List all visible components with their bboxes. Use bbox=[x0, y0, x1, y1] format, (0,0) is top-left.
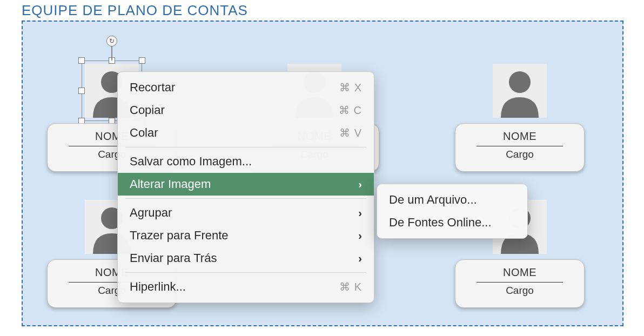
menu-item-send-to-back[interactable]: Enviar para Trás › bbox=[118, 247, 374, 270]
menu-label: Copiar bbox=[130, 103, 165, 117]
resize-handle-ne[interactable] bbox=[139, 57, 145, 64]
submenu-item-from-file[interactable]: De um Arquivo... bbox=[377, 189, 527, 211]
menu-item-hyperlink[interactable]: Hiperlink... ⌘ K bbox=[118, 275, 374, 298]
context-submenu-change-image: De um Arquivo... De Fontes Online... bbox=[377, 184, 528, 239]
svg-point-5 bbox=[509, 71, 531, 93]
card-divider bbox=[477, 146, 563, 146]
menu-label: Colar bbox=[130, 126, 158, 140]
menu-label: Alterar Imagem bbox=[130, 177, 211, 191]
menu-shortcut: ⌘ C bbox=[339, 104, 362, 117]
menu-label: Hiperlink... bbox=[130, 280, 186, 294]
org-card[interactable]: NOME Cargo bbox=[455, 259, 585, 308]
org-card[interactable]: NOME Cargo bbox=[455, 123, 585, 172]
menu-item-copy[interactable]: Copiar ⌘ C bbox=[118, 99, 374, 122]
submenu-label: De Fontes Online... bbox=[389, 216, 492, 229]
menu-shortcut: ⌘ K bbox=[339, 280, 362, 293]
menu-shortcut: ⌘ X bbox=[339, 81, 362, 94]
avatar-placeholder[interactable] bbox=[493, 64, 547, 118]
menu-item-paste[interactable]: Colar ⌘ V bbox=[118, 122, 374, 144]
submenu-label: De um Arquivo... bbox=[389, 193, 477, 206]
chevron-right-icon: › bbox=[358, 178, 362, 191]
card-divider bbox=[477, 282, 563, 283]
chevron-right-icon: › bbox=[358, 252, 362, 265]
resize-handle-nw[interactable] bbox=[78, 57, 85, 64]
context-menu: Recortar ⌘ X Copiar ⌘ C Colar ⌘ V Salvar… bbox=[117, 71, 374, 303]
card-role: Cargo bbox=[455, 149, 584, 160]
menu-item-cut[interactable]: Recortar ⌘ X bbox=[118, 76, 374, 99]
card-role: Cargo bbox=[455, 285, 584, 297]
menu-item-change-image[interactable]: Alterar Imagem › bbox=[118, 173, 374, 196]
section-title: EQUIPE DE PLANO DE CONTAS bbox=[22, 2, 248, 19]
resize-handle-w[interactable] bbox=[78, 88, 85, 94]
card-name: NOME bbox=[455, 130, 584, 143]
menu-label: Trazer para Frente bbox=[130, 229, 229, 243]
menu-label: Recortar bbox=[130, 80, 175, 95]
submenu-item-from-online[interactable]: De Fontes Online... bbox=[377, 211, 527, 234]
menu-separator bbox=[125, 147, 366, 147]
menu-label: Agrupar bbox=[130, 206, 172, 220]
menu-item-bring-to-front[interactable]: Trazer para Frente › bbox=[118, 224, 374, 247]
menu-item-save-as-image[interactable]: Salvar como Imagem... bbox=[118, 150, 374, 173]
menu-shortcut: ⌘ V bbox=[339, 126, 362, 139]
rotate-handle[interactable]: ↻ bbox=[106, 36, 117, 46]
menu-label: Salvar como Imagem... bbox=[130, 154, 252, 169]
menu-label: Enviar para Trás bbox=[130, 251, 217, 265]
menu-item-group[interactable]: Agrupar › bbox=[118, 201, 374, 224]
menu-separator bbox=[125, 272, 366, 273]
card-name: NOME bbox=[455, 266, 584, 279]
menu-separator bbox=[125, 198, 366, 199]
chevron-right-icon: › bbox=[358, 207, 362, 219]
chevron-right-icon: › bbox=[358, 230, 362, 242]
rotate-stem bbox=[111, 46, 112, 61]
